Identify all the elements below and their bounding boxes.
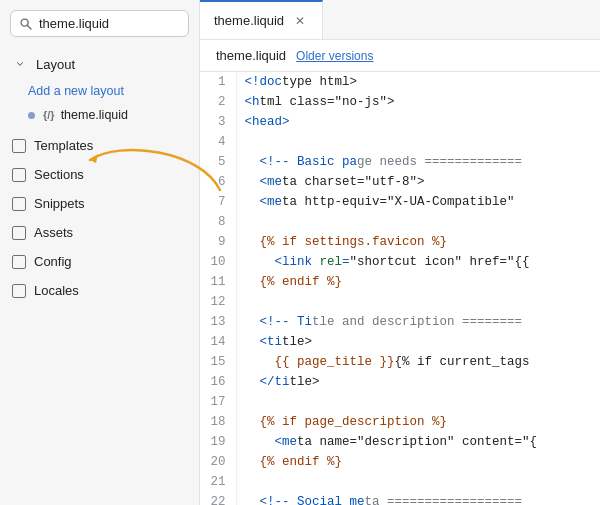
sidebar-item-config[interactable]: Config xyxy=(0,247,199,276)
line-number: 6 xyxy=(200,172,236,192)
line-number: 3 xyxy=(200,112,236,132)
table-row: 2<html class="no-js"> xyxy=(200,92,600,112)
line-code xyxy=(236,392,600,412)
line-number: 12 xyxy=(200,292,236,312)
sidebar-item-assets-label: Assets xyxy=(34,225,73,240)
sidebar-add-layout[interactable]: Add a new layout xyxy=(0,79,199,103)
editor-header: theme.liquid Older versions xyxy=(200,40,600,72)
line-number: 20 xyxy=(200,452,236,472)
sidebar-item-locales[interactable]: Locales xyxy=(0,276,199,305)
square-icon-snippets xyxy=(12,197,26,211)
line-code xyxy=(236,132,600,152)
liquid-icon: {/} xyxy=(43,109,55,121)
sidebar-item-layout[interactable]: Layout xyxy=(0,49,199,79)
line-number: 19 xyxy=(200,432,236,452)
table-row: 6 <meta charset="utf-8"> xyxy=(200,172,600,192)
line-number: 17 xyxy=(200,392,236,412)
sidebar: Layout Add a new layout {/} theme.liquid… xyxy=(0,0,200,505)
sidebar-item-sections-label: Sections xyxy=(34,167,84,182)
table-row: 11 {% endif %} xyxy=(200,272,600,292)
line-code xyxy=(236,292,600,312)
tab-close-button[interactable]: ✕ xyxy=(292,13,308,29)
sidebar-item-config-label: Config xyxy=(34,254,72,269)
line-number: 22 xyxy=(200,492,236,505)
line-number: 8 xyxy=(200,212,236,232)
sidebar-item-templates[interactable]: Templates xyxy=(0,131,199,160)
chevron-down-icon xyxy=(12,56,28,72)
tab-theme-liquid[interactable]: theme.liquid ✕ xyxy=(200,0,323,39)
theme-liquid-label: theme.liquid xyxy=(61,108,128,122)
line-code: {{ page_title }}{% if current_tags xyxy=(236,352,600,372)
line-number: 2 xyxy=(200,92,236,112)
table-row: 15 {{ page_title }}{% if current_tags xyxy=(200,352,600,372)
main-editor: theme.liquid ✕ theme.liquid Older versio… xyxy=(200,0,600,505)
line-number: 11 xyxy=(200,272,236,292)
line-number: 1 xyxy=(200,72,236,92)
line-code: {% if settings.favicon %} xyxy=(236,232,600,252)
sidebar-item-snippets[interactable]: Snippets xyxy=(0,189,199,218)
square-icon-sections xyxy=(12,168,26,182)
line-code: {% endif %} xyxy=(236,272,600,292)
line-number: 4 xyxy=(200,132,236,152)
add-layout-label: Add a new layout xyxy=(28,84,124,98)
line-number: 21 xyxy=(200,472,236,492)
table-row: 14 <title> xyxy=(200,332,600,352)
table-row: 13 <!-- Title and description ======== xyxy=(200,312,600,332)
sidebar-item-snippets-label: Snippets xyxy=(34,196,85,211)
table-row: 16 </title> xyxy=(200,372,600,392)
search-input[interactable] xyxy=(39,16,180,31)
line-code: <!doctype html> xyxy=(236,72,600,92)
line-code: </title> xyxy=(236,372,600,392)
table-row: 10 <link rel="shortcut icon" href="{{ xyxy=(200,252,600,272)
table-row: 18 {% if page_description %} xyxy=(200,412,600,432)
search-box[interactable] xyxy=(10,10,189,37)
search-icon xyxy=(19,17,33,31)
table-row: 7 <meta http-equiv="X-UA-Compatible" xyxy=(200,192,600,212)
sidebar-theme-liquid[interactable]: {/} theme.liquid xyxy=(0,103,199,127)
line-code: <head> xyxy=(236,112,600,132)
table-row: 9 {% if settings.favicon %} xyxy=(200,232,600,252)
square-icon-locales xyxy=(12,284,26,298)
line-code: <meta name="description" content="{ xyxy=(236,432,600,452)
line-number: 16 xyxy=(200,372,236,392)
table-row: 1<!doctype html> xyxy=(200,72,600,92)
older-versions-link[interactable]: Older versions xyxy=(296,49,373,63)
table-row: 21 xyxy=(200,472,600,492)
code-table: 1<!doctype html>2<html class="no-js">3<h… xyxy=(200,72,600,505)
line-code xyxy=(236,212,600,232)
line-code: {% endif %} xyxy=(236,452,600,472)
editor-file-name: theme.liquid xyxy=(216,48,286,63)
line-number: 13 xyxy=(200,312,236,332)
line-code xyxy=(236,472,600,492)
sidebar-item-locales-label: Locales xyxy=(34,283,79,298)
line-code: <title> xyxy=(236,332,600,352)
line-code: <link rel="shortcut icon" href="{{ xyxy=(236,252,600,272)
tab-bar: theme.liquid ✕ xyxy=(200,0,600,40)
active-dot-indicator xyxy=(28,112,35,119)
table-row: 4 xyxy=(200,132,600,152)
line-number: 7 xyxy=(200,192,236,212)
line-number: 10 xyxy=(200,252,236,272)
table-row: 12 xyxy=(200,292,600,312)
code-editor[interactable]: 1<!doctype html>2<html class="no-js">3<h… xyxy=(200,72,600,505)
table-row: 22 <!-- Social meta ================== xyxy=(200,492,600,505)
line-number: 15 xyxy=(200,352,236,372)
line-code: <!-- Basic page needs ============= xyxy=(236,152,600,172)
line-code: <!-- Title and description ======== xyxy=(236,312,600,332)
sidebar-section-layout: Layout Add a new layout {/} theme.liquid xyxy=(0,45,199,131)
sidebar-item-sections[interactable]: Sections xyxy=(0,160,199,189)
line-code: <meta http-equiv="X-UA-Compatible" xyxy=(236,192,600,212)
line-number: 5 xyxy=(200,152,236,172)
table-row: 8 xyxy=(200,212,600,232)
sidebar-item-templates-label: Templates xyxy=(34,138,93,153)
line-code: <html class="no-js"> xyxy=(236,92,600,112)
line-code: {% if page_description %} xyxy=(236,412,600,432)
line-code: <!-- Social meta ================== xyxy=(236,492,600,505)
table-row: 5 <!-- Basic page needs ============= xyxy=(200,152,600,172)
square-icon-config xyxy=(12,255,26,269)
table-row: 17 xyxy=(200,392,600,412)
tab-label: theme.liquid xyxy=(214,13,284,28)
sidebar-item-layout-label: Layout xyxy=(36,57,75,72)
square-icon-assets xyxy=(12,226,26,240)
sidebar-item-assets[interactable]: Assets xyxy=(0,218,199,247)
